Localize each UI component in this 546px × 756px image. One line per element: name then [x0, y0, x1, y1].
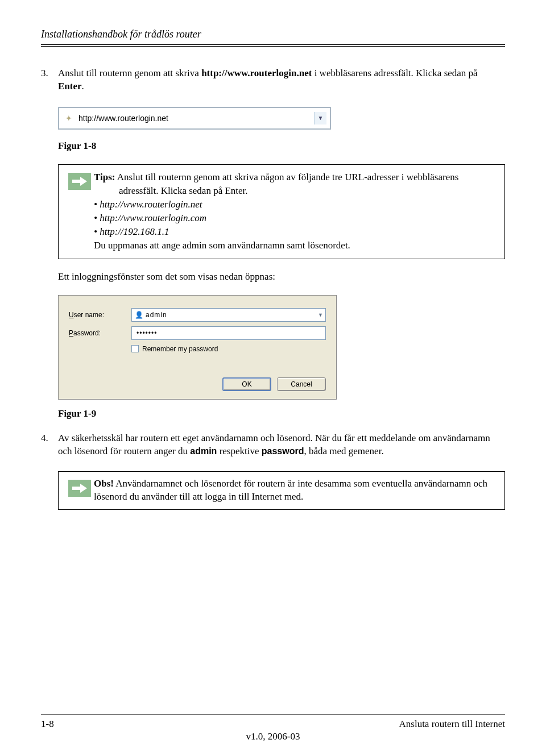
obs-text: Obs! Användarnamnet och lösenordet för r…	[94, 477, 498, 504]
login-buttons: OK Cancel	[222, 377, 326, 391]
header-rule-1	[41, 44, 505, 45]
step-4: 4. Av säkerhetsskäl har routern ett eget…	[41, 432, 505, 458]
password-value: •••••••	[134, 329, 323, 338]
ok-button[interactable]: OK	[222, 377, 271, 391]
page-header-title: Installationshandbok för trådlös router	[41, 27, 505, 41]
remember-password-checkbox[interactable]	[131, 345, 139, 352]
page-number: 1-8	[41, 718, 54, 731]
user-icon: 👤	[134, 310, 143, 319]
step-4-text-c: , båda med gemener.	[304, 446, 383, 456]
page-content: 3. Anslut till routernn genom att skriva…	[41, 47, 505, 510]
step-4-number: 4.	[41, 432, 58, 458]
step-3-enter: Enter	[58, 81, 82, 92]
cancel-button[interactable]: Cancel	[277, 377, 326, 391]
username-label: User name:	[69, 310, 131, 319]
chevron-down-icon[interactable]: ▼	[318, 311, 323, 318]
username-value: admin	[143, 310, 318, 319]
obs-rest: Användarnamnet och lösenordet för router…	[94, 478, 487, 502]
tips-link-1: • http://www.routerlogin.net	[94, 198, 498, 211]
password-label-rest: assword:	[73, 329, 101, 337]
footer-row: 1-8 Ansluta routern till Internet	[41, 718, 505, 731]
step-3-text-b: i webbläsarens adressfält. Klicka sedan …	[312, 68, 477, 78]
username-field[interactable]: 👤 admin ▼	[131, 308, 326, 322]
footer-version: v1.0, 2006-03	[0, 730, 546, 743]
password-field[interactable]: •••••••	[131, 326, 326, 340]
figure-1-9-login-dialog: User name: 👤 admin ▼ Password: ••••••• R…	[58, 295, 505, 400]
tips-link-3: • http://192.168.1.1	[94, 226, 498, 239]
after-tip-text: Ett inloggningsfönster som det som visas…	[58, 271, 505, 284]
login-row-password: Password: •••••••	[69, 326, 326, 340]
tips-text: Tips: Anslut till routernn genom att skr…	[94, 171, 498, 253]
password-label: Password:	[69, 329, 131, 338]
obs-lead-bold: Obs!	[94, 478, 114, 489]
obs-icon-column	[65, 477, 94, 504]
arrow-right-icon	[68, 173, 91, 190]
login-dialog: User name: 👤 admin ▼ Password: ••••••• R…	[58, 295, 337, 400]
step-3-url: http://www.routerlogin.net	[201, 68, 312, 78]
footer-rule	[41, 715, 505, 715]
step-4-password: password	[262, 446, 304, 456]
tips-line-2: adressfält. Klicka sedan på Enter.	[94, 185, 498, 198]
step-4-body: Av säkerhetsskäl har routern ett eget an…	[58, 432, 505, 458]
step-4-text-b: respektive	[217, 446, 261, 456]
password-label-p: P	[69, 329, 73, 337]
remember-password-row: Remember my password	[131, 344, 326, 354]
tips-last-line: Du uppmanas att ange admin som användarn…	[94, 239, 498, 252]
address-bar-dropdown-icon[interactable]: ▼	[314, 112, 326, 124]
address-bar-url: http://www.routerlogin.net	[75, 113, 314, 124]
figure-1-8-caption: Figur 1-8	[58, 140, 505, 153]
login-row-username: User name: 👤 admin ▼	[69, 308, 326, 322]
step-3-body: Anslut till routernn genom att skriva ht…	[58, 67, 505, 93]
step-3-number: 3.	[41, 67, 58, 93]
step-3: 3. Anslut till routernn genom att skriva…	[41, 67, 505, 93]
tips-box: Tips: Anslut till routernn genom att skr…	[58, 164, 505, 259]
username-label-u: U	[69, 311, 74, 319]
tips-lead-bold: Tips:	[94, 172, 115, 182]
tips-link-2: • http://www.routerlogin.com	[94, 212, 498, 225]
page-icon: ✦	[63, 112, 75, 124]
tips-lead-rest: Anslut till routernn genom att skriva nå…	[115, 172, 459, 182]
figure-1-8-addressbar: ✦ http://www.routerlogin.net ▼	[58, 107, 505, 130]
step-3-text-a: Anslut till routernn genom att skriva	[58, 68, 201, 78]
step-3-text-c: .	[82, 81, 84, 92]
arrow-right-icon	[68, 480, 91, 497]
section-title: Ansluta routern till Internet	[399, 718, 505, 731]
tips-icon-column	[65, 171, 94, 253]
address-bar[interactable]: ✦ http://www.routerlogin.net ▼	[58, 107, 331, 130]
remember-password-label: Remember my password	[142, 344, 218, 354]
figure-1-9-caption: Figur 1-9	[58, 408, 505, 421]
step-4-admin: admin	[190, 446, 217, 456]
username-label-rest: ser name:	[74, 311, 104, 319]
obs-box: Obs! Användarnamnet och lösenordet för r…	[58, 471, 505, 510]
